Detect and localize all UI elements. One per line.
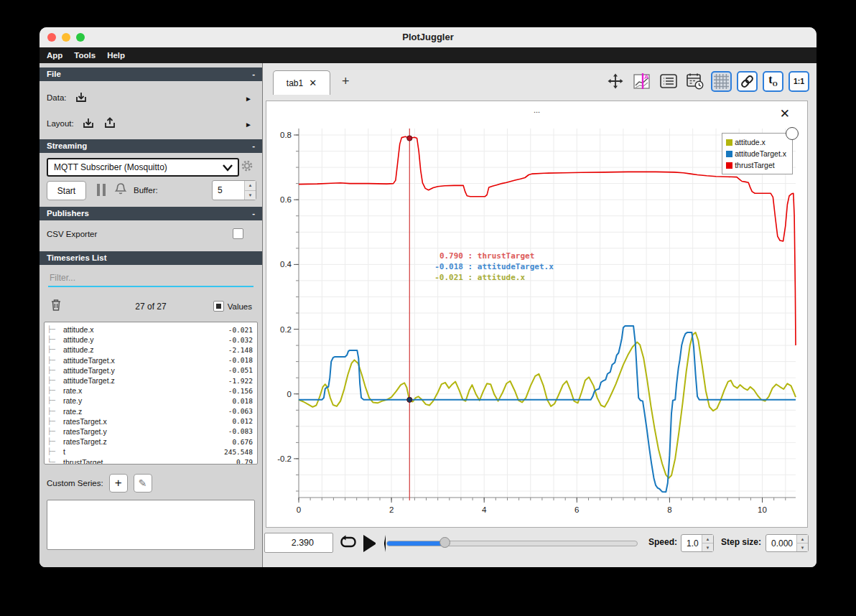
load-data-button[interactable]: [74, 90, 88, 105]
sidebar: File - Data: ► Layout:: [39, 63, 263, 567]
timeseries-list[interactable]: ├─attitude.x-0.021├─attitude.y-0.032├─at…: [44, 322, 258, 465]
collapse-icon[interactable]: -: [252, 139, 255, 153]
data-row: Data:: [47, 90, 88, 105]
app-window: PlotJuggler AppToolsHelp File - Data: ► …: [39, 27, 817, 567]
spinner-up-icon[interactable]: ▲: [245, 181, 256, 191]
data-menu-arrow-icon[interactable]: ►: [245, 95, 252, 103]
legend-item[interactable]: attitudeTarget.x: [726, 148, 786, 159]
time-field[interactable]: 2.390: [264, 533, 333, 553]
legend-handle-icon[interactable]: [786, 127, 799, 140]
custom-series-list[interactable]: [47, 500, 255, 550]
tree-branch-icon: ├─: [47, 448, 63, 455]
edit-curves-button[interactable]: A: [631, 70, 653, 92]
step-size-spinner[interactable]: 0.000 ▲▼: [766, 534, 809, 552]
toggle-grid-button[interactable]: [711, 71, 732, 92]
buffer-spinner[interactable]: 5 ▲▼: [212, 180, 256, 200]
save-layout-button[interactable]: [103, 116, 117, 131]
tree-branch-icon: ├─: [47, 336, 63, 343]
layout-menu-arrow-icon[interactable]: ►: [245, 121, 252, 129]
timeseries-row[interactable]: ├─rate.x-0.156: [47, 386, 253, 396]
start-streaming-button[interactable]: Start: [47, 181, 86, 200]
legend-item[interactable]: attitude.x: [726, 136, 786, 148]
pause-streaming-button[interactable]: [97, 184, 106, 196]
collapse-icon[interactable]: -: [252, 67, 255, 81]
spinner-up-icon[interactable]: ▲: [702, 535, 713, 543]
streaming-options-button[interactable]: [241, 159, 253, 172]
spinner-down-icon[interactable]: ▼: [702, 543, 713, 551]
timeseries-row[interactable]: ├─attitudeTarget.z-1.922: [47, 375, 253, 386]
notifications-button[interactable]: [113, 182, 128, 196]
file-section-header[interactable]: File -: [39, 67, 262, 81]
series-value: 245.548: [224, 448, 253, 456]
timeseries-row[interactable]: ├─ratesTarget.x0.012: [47, 416, 253, 426]
collapse-icon[interactable]: -: [252, 207, 255, 220]
spinner-up-icon[interactable]: ▲: [797, 535, 808, 543]
spinner-down-icon[interactable]: ▼: [245, 191, 256, 200]
add-custom-series-button[interactable]: +: [109, 474, 128, 493]
timeseries-row[interactable]: ├─attitude.x-0.021: [47, 325, 253, 335]
plot-panel[interactable]: 0246810-0.200.20.40.60.8 ... ✕ attitude.…: [266, 101, 808, 528]
timeseries-row[interactable]: ├─rate.z-0.063: [47, 406, 253, 416]
play-button[interactable]: [363, 535, 386, 552]
timeseries-row[interactable]: ├─attitude.y-0.032: [47, 335, 253, 345]
filter-input[interactable]: [48, 270, 253, 287]
values-checkbox[interactable]: [213, 301, 224, 312]
timeseries-row[interactable]: ├─attitudeTarget.x-0.018: [47, 355, 253, 365]
series-name: ratesTarget.y: [63, 427, 228, 436]
timeseries-row[interactable]: └─thrustTarget0.79: [47, 457, 253, 465]
series-value: -0.156: [228, 387, 253, 395]
load-layout-button[interactable]: [81, 116, 96, 131]
streaming-source-select[interactable]: MQTT Subscriber (Mosquitto): [47, 158, 239, 177]
publishers-section-header[interactable]: Publishers -: [39, 207, 262, 220]
edit-custom-series-button[interactable]: ✎: [134, 474, 152, 493]
legend-item[interactable]: thrustTarget: [726, 159, 786, 171]
svg-text:4: 4: [482, 505, 487, 514]
legend-swatch-icon: [726, 151, 732, 157]
series-value: 0.676: [232, 438, 253, 446]
data-label: Data:: [47, 93, 67, 102]
legend-label: attitude.x: [735, 138, 766, 146]
time-slider[interactable]: [386, 539, 638, 546]
timeseries-row[interactable]: ├─rate.y0.018: [47, 396, 253, 406]
tooltip-line: 0.790 : thrustTarget: [430, 251, 554, 261]
series-name: attitude.z: [63, 345, 228, 354]
timeseries-row[interactable]: ├─attitude.z-2.148: [47, 345, 253, 355]
tab-close-icon[interactable]: ✕: [309, 78, 317, 88]
tree-branch-icon: ├─: [47, 377, 63, 384]
spinner-down-icon[interactable]: ▼: [797, 543, 808, 551]
svg-text:6: 6: [574, 505, 579, 514]
speed-spinner[interactable]: 1.0 ▲▼: [681, 534, 714, 552]
series-name: attitudeTarget.y: [63, 366, 228, 375]
list-view-button[interactable]: [658, 70, 679, 92]
add-tab-button[interactable]: +: [338, 73, 354, 90]
menu-item-help[interactable]: Help: [107, 51, 125, 60]
tab-tab1[interactable]: tab1 ✕: [273, 70, 330, 95]
legend-label: attitudeTarget.x: [735, 149, 786, 158]
timeseries-row[interactable]: ├─ratesTarget.y-0.083: [47, 426, 253, 437]
series-name: thrustTarget: [63, 458, 236, 465]
ratio-1-1-button[interactable]: 1:1: [788, 71, 809, 92]
slider-handle[interactable]: [439, 537, 450, 548]
csv-exporter-checkbox[interactable]: [233, 228, 243, 239]
datetime-button[interactable]: [684, 70, 706, 92]
series-name: rate.x: [63, 386, 228, 395]
timeseries-section-header[interactable]: Timeseries List: [39, 251, 262, 265]
buffer-label: Buffer:: [134, 186, 158, 195]
timeseries-row[interactable]: ├─attitudeTarget.y-0.051: [47, 365, 253, 375]
loop-button[interactable]: [339, 534, 358, 551]
time-offset-button[interactable]: tO: [763, 71, 783, 92]
link-axes-button[interactable]: [737, 71, 758, 92]
timeseries-row[interactable]: ├─t245.548: [47, 447, 253, 457]
plot-close-button[interactable]: ✕: [776, 107, 794, 121]
streaming-section-header[interactable]: Streaming -: [39, 139, 262, 153]
timeseries-row[interactable]: ├─ratesTarget.z0.676: [47, 437, 253, 447]
legend-label: thrustTarget: [735, 161, 774, 169]
pan-zoom-button[interactable]: [605, 70, 626, 92]
speed-label: Speed:: [648, 537, 677, 547]
tooltip-line: -0.018 : attitudeTarget.x: [430, 261, 554, 272]
menu-item-app[interactable]: App: [47, 51, 62, 60]
svg-text:0.6: 0.6: [280, 195, 292, 204]
t0-icon: tO: [768, 74, 777, 88]
menu-item-tools[interactable]: Tools: [74, 51, 96, 60]
tree-branch-icon: ├─: [47, 438, 63, 445]
